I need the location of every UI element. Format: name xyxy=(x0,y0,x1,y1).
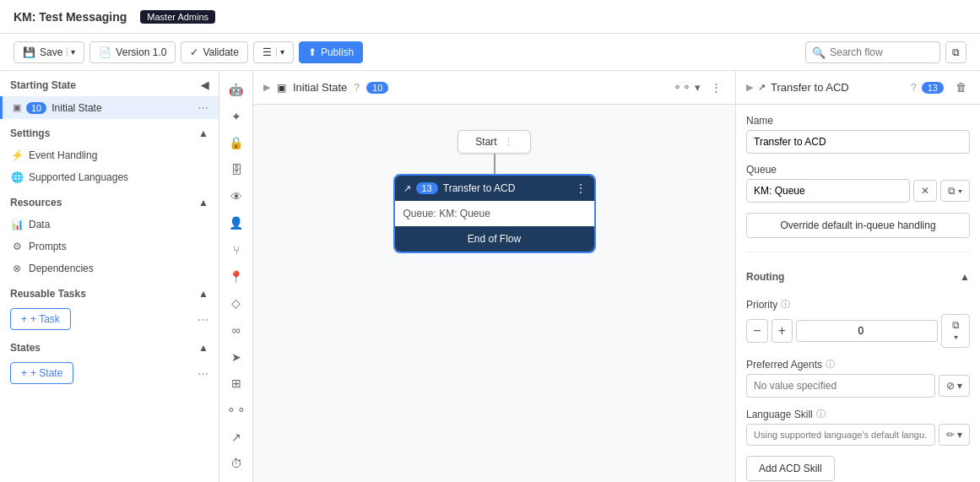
send-icon[interactable]: ➤ xyxy=(225,345,248,369)
publish-icon: ⬆ xyxy=(308,46,317,58)
right-panel-body: Name Queue KM: Queue ✕ ⧉ ▾ Override defa xyxy=(736,105,980,482)
page-title: KM: Test Messaging xyxy=(14,10,127,24)
validate-icon: ✓ xyxy=(190,46,198,58)
lock-icon[interactable]: 🔒 xyxy=(225,131,248,154)
prompts-icon: ⚙ xyxy=(10,241,24,252)
priority-plus-button[interactable]: + xyxy=(772,319,793,343)
fork-icon[interactable]: ⑂ xyxy=(225,238,248,262)
save-button[interactable]: 💾 Save ▾ xyxy=(14,41,84,63)
add-task-button[interactable]: + + Task xyxy=(10,308,71,330)
add-state-button[interactable]: + + State xyxy=(10,362,73,384)
canvas-agents-button[interactable]: ⚬⚬ ▾ xyxy=(669,78,704,97)
version-button[interactable]: 📄 Version 1.0 xyxy=(89,41,176,63)
routing-collapse-icon[interactable]: ▲ xyxy=(960,271,970,283)
expand-icon[interactable]: ▶ xyxy=(263,82,270,93)
queue-label: Queue xyxy=(746,164,970,176)
queue-copy-button[interactable]: ⧉ ▾ xyxy=(940,180,970,202)
priority-minus-button[interactable]: − xyxy=(746,319,768,343)
right-panel-help-icon[interactable]: ? xyxy=(911,82,917,94)
clock-icon[interactable]: ⏱ xyxy=(225,452,248,475)
settings-collapse-icon[interactable]: ▲ xyxy=(198,127,208,139)
queue-select-wrap: KM: Queue xyxy=(746,179,910,203)
priority-copy-button[interactable]: ⧉ ▾ xyxy=(941,314,970,348)
states-collapse-icon[interactable]: ▲ xyxy=(198,342,208,354)
list-chevron-icon[interactable]: ▾ xyxy=(276,47,284,57)
save-icon: 💾 xyxy=(23,46,35,58)
reusable-tasks-collapse-icon[interactable]: ▲ xyxy=(198,288,208,300)
icon-toolbar: 🤖 ✦ 🔒 🗄 👁 👤 ⑂ 📍 ◇ ∞ ➤ ⊞ ⚬⚬ ↗ ⏱ xyxy=(219,71,253,482)
queue-clear-button[interactable]: ✕ xyxy=(913,180,937,202)
preferred-agents-info-icon: ⓘ xyxy=(826,358,835,371)
database-icon[interactable]: 🗄 xyxy=(225,158,248,181)
start-node: Start ⋮ xyxy=(458,130,530,154)
canvas-help-icon[interactable]: ? xyxy=(354,82,360,94)
canvas-more-button[interactable]: ⋮ xyxy=(707,78,725,97)
right-panel-expand-icon[interactable]: ▶ xyxy=(746,82,753,93)
bot-icon[interactable]: 🤖 xyxy=(225,78,248,101)
infinity-icon[interactable]: ∞ xyxy=(225,318,248,342)
initial-state-item[interactable]: ▣ 10 Initial State ⋯ xyxy=(0,96,219,119)
transfer-node-more-icon[interactable]: ⋮ xyxy=(576,182,586,194)
resources-section: Resources ▲ xyxy=(0,188,219,214)
transfer-node-header: ↗ 13 Transfer to ACD ⋮ xyxy=(395,176,594,201)
language-skill-field-group: Language Skill ⓘ ✏ ▾ xyxy=(746,408,970,446)
pin-icon[interactable]: 📍 xyxy=(225,265,248,289)
group-icon[interactable]: ⚬⚬ xyxy=(225,398,248,422)
collapse-sidebar-icon[interactable]: ◀ xyxy=(201,79,208,91)
supported-languages-item[interactable]: 🌐 Supported Languages xyxy=(0,166,219,188)
star-icon[interactable]: ✦ xyxy=(225,105,248,128)
settings-section: Settings ▲ xyxy=(0,119,219,144)
start-node-more-icon[interactable]: ⋮ xyxy=(504,137,513,148)
add-acd-skill-button[interactable]: Add ACD Skill xyxy=(746,456,835,481)
right-panel-delete-button[interactable]: 🗑 xyxy=(952,78,970,97)
state-more-icon[interactable]: ⋯ xyxy=(198,367,208,380)
grid-icon[interactable]: ⊞ xyxy=(225,371,248,395)
task-more-icon[interactable]: ⋯ xyxy=(198,313,208,326)
flow-connector xyxy=(494,154,495,174)
name-field-group: Name xyxy=(746,115,970,154)
preferred-agents-field-group: Preferred Agents ⓘ ⊘ ▾ xyxy=(746,358,970,398)
preferred-agents-input[interactable] xyxy=(746,374,935,398)
right-panel-icon: ↗ xyxy=(758,82,766,93)
language-skill-edit-button[interactable]: ✏ ▾ xyxy=(939,424,970,446)
data-item[interactable]: 📊 Data xyxy=(0,214,219,236)
language-skill-input[interactable] xyxy=(746,424,935,446)
routing-divider xyxy=(746,252,970,252)
add-task-icon: + xyxy=(21,313,27,325)
dependencies-item[interactable]: ⊗ Dependencies xyxy=(0,257,219,279)
validate-button[interactable]: ✓ Validate xyxy=(181,41,247,63)
language-skill-label: Language Skill ⓘ xyxy=(746,408,970,420)
right-panel-header: ▶ ↗ Transfer to ACD ? 13 🗑 xyxy=(736,71,980,105)
state-item-more-icon[interactable]: ⋯ xyxy=(198,101,208,114)
queue-row: KM: Queue ✕ ⧉ ▾ xyxy=(746,179,970,203)
event-handling-item[interactable]: ⚡ Event Handling xyxy=(0,144,219,166)
list-button[interactable]: ☰ ▾ xyxy=(253,41,294,63)
add-skill-group: Add ACD Skill xyxy=(746,456,970,481)
transfer-node-icon: ↗ xyxy=(403,183,411,194)
external-icon[interactable]: ↗ xyxy=(225,425,248,449)
language-skill-info-icon: ⓘ xyxy=(816,408,826,420)
transfer-node[interactable]: ↗ 13 Transfer to ACD ⋮ Queue: KM: Queue … xyxy=(393,174,596,253)
transfer-node-body: Queue: KM: Queue xyxy=(395,201,594,226)
event-handling-icon: ⚡ xyxy=(10,149,24,161)
search-wrap: 🔍 xyxy=(805,41,940,63)
queue-select[interactable]: KM: Queue xyxy=(746,179,910,203)
resources-collapse-icon[interactable]: ▲ xyxy=(198,197,208,209)
queue-field-group: Queue KM: Queue ✕ ⧉ ▾ xyxy=(746,164,970,203)
priority-label: Priority ⓘ xyxy=(746,298,970,311)
reusable-tasks-section: Reusable Tasks ▲ xyxy=(0,279,219,305)
state-type-icon: ▣ xyxy=(13,102,21,113)
diamond-icon[interactable]: ◇ xyxy=(225,291,248,315)
priority-info-icon: ⓘ xyxy=(781,298,790,311)
name-input[interactable] xyxy=(746,130,970,154)
person-icon[interactable]: 👤 xyxy=(225,211,248,235)
override-button[interactable]: Override default in-queue handling xyxy=(746,213,970,238)
priority-input[interactable] xyxy=(796,320,938,342)
eye-off-icon[interactable]: 👁 xyxy=(225,185,248,209)
filter-button[interactable]: ⧉ xyxy=(945,41,966,63)
save-chevron-icon[interactable]: ▾ xyxy=(67,47,75,57)
search-input[interactable] xyxy=(805,41,940,63)
publish-button[interactable]: ⬆ Publish xyxy=(299,41,363,63)
preferred-agents-action-button[interactable]: ⊘ ▾ xyxy=(939,375,970,397)
prompts-item[interactable]: ⚙ Prompts xyxy=(0,236,219,257)
